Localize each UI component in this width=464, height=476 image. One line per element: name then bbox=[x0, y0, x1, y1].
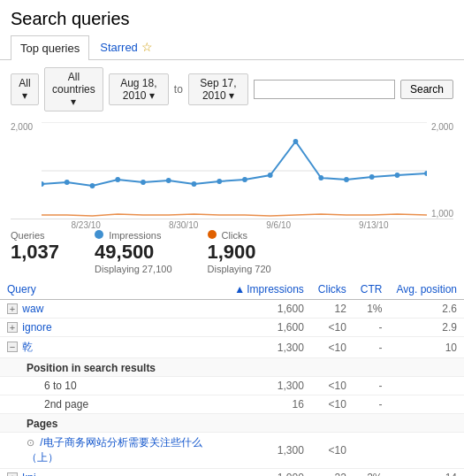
ctr-cell: - bbox=[354, 319, 390, 337]
ctr-cell: - bbox=[354, 377, 390, 395]
expand-button[interactable]: + bbox=[7, 322, 18, 333]
y-axis-right: 2,000 1,000 bbox=[422, 122, 453, 219]
x-label-2: 8/30/10 bbox=[169, 220, 198, 230]
table-header-row: Query ▲Impressions Clicks CTR Avg. posit… bbox=[0, 280, 464, 300]
svg-point-6 bbox=[115, 177, 120, 182]
tab-top-queries[interactable]: Top queries bbox=[11, 35, 89, 60]
clicks-cell: <10 bbox=[311, 377, 354, 395]
filter-type-button[interactable]: All ▾ bbox=[11, 73, 39, 105]
table-body: + waw 1,600 12 1% 2.6 + ignore 1,600 <10… bbox=[0, 300, 464, 476]
table-row: ⊙ /电子商务网站分析需要关注些什么（上） 1,300 <10 bbox=[0, 433, 464, 469]
query-cell[interactable]: + waw bbox=[0, 300, 227, 319]
avg-position-cell bbox=[390, 433, 465, 469]
data-table: Query ▲Impressions Clicks CTR Avg. posit… bbox=[0, 280, 464, 476]
stat-queries-value: 1,037 bbox=[11, 241, 59, 264]
expand-button[interactable]: + bbox=[7, 472, 18, 476]
impressions-cell: 1,300 bbox=[227, 377, 311, 395]
stat-clicks: Clicks 1,900 Displaying 720 bbox=[208, 230, 271, 274]
y-label-top: 2,000 bbox=[11, 122, 37, 132]
table-row: 6 to 10 1,300 <10 - bbox=[0, 377, 464, 395]
query-cell[interactable]: + kpi bbox=[0, 469, 227, 476]
svg-point-12 bbox=[268, 173, 273, 178]
svg-point-3 bbox=[42, 181, 44, 187]
y-right-top: 2,000 bbox=[422, 122, 453, 132]
stats-row: Queries 1,037 Impressions 49,500 Display… bbox=[0, 223, 464, 280]
query-link[interactable]: kpi bbox=[22, 472, 35, 476]
query-cell[interactable]: + ignore bbox=[0, 319, 227, 337]
svg-point-4 bbox=[65, 180, 70, 185]
stat-impressions-label: Impressions bbox=[95, 230, 171, 241]
query-link[interactable]: waw bbox=[22, 303, 43, 315]
clicks-cell: <10 bbox=[311, 395, 354, 414]
stat-queries-label: Queries bbox=[11, 230, 59, 241]
th-ctr[interactable]: CTR bbox=[354, 280, 390, 300]
chart-svg-area bbox=[42, 122, 427, 219]
x-axis-labels: 8/23/10 8/30/10 9/6/10 9/13/10 bbox=[37, 220, 422, 230]
query-link[interactable]: 乾 bbox=[22, 341, 33, 353]
search-button[interactable]: Search bbox=[400, 80, 453, 99]
svg-point-14 bbox=[318, 175, 323, 180]
ctr-cell bbox=[354, 433, 390, 469]
filter-date-to-button[interactable]: Sep 17, 2010 ▾ bbox=[188, 73, 248, 105]
avg-position-cell: 10 bbox=[390, 337, 465, 358]
table-row: Position in search results bbox=[0, 358, 464, 377]
table-row: + ignore 1,600 <10 - 2.9 bbox=[0, 319, 464, 337]
sub-label-cell: 2nd page bbox=[0, 395, 227, 414]
search-input[interactable] bbox=[254, 80, 395, 99]
stat-clicks-label-text: Clicks bbox=[222, 230, 247, 241]
stat-queries: Queries 1,037 bbox=[11, 230, 59, 274]
th-clicks[interactable]: Clicks bbox=[311, 280, 354, 300]
filter-country-button[interactable]: All countries ▾ bbox=[44, 67, 103, 111]
tab-starred[interactable]: Starred ☆ bbox=[93, 35, 160, 59]
svg-point-10 bbox=[217, 179, 222, 184]
query-cell[interactable]: − 乾 bbox=[0, 337, 227, 358]
query-link[interactable]: ignore bbox=[22, 321, 51, 334]
avg-position-cell: 14 bbox=[390, 469, 465, 476]
svg-point-17 bbox=[395, 173, 400, 178]
svg-point-9 bbox=[192, 181, 197, 187]
stat-clicks-value: 1,900 bbox=[208, 241, 271, 264]
sub-label-cell: 6 to 10 bbox=[0, 377, 227, 395]
svg-point-8 bbox=[166, 178, 171, 183]
avg-position-cell bbox=[390, 395, 465, 414]
svg-point-11 bbox=[242, 177, 247, 182]
page-link[interactable]: /电子商务网站分析需要关注些什么（上） bbox=[27, 436, 202, 464]
stat-impressions: Impressions 49,500 Displaying 27,100 bbox=[95, 230, 171, 274]
impressions-cell: 16 bbox=[227, 395, 311, 414]
th-query[interactable]: Query bbox=[0, 280, 227, 300]
table-row: Pages bbox=[0, 414, 464, 433]
table-row: + kpi 1,000 22 2% 14 bbox=[0, 469, 464, 476]
th-avg-position[interactable]: Avg. position bbox=[390, 280, 465, 300]
x-label-1: 8/23/10 bbox=[72, 220, 101, 230]
star-icon: ☆ bbox=[141, 40, 153, 54]
impressions-icon bbox=[95, 230, 103, 239]
filter-bar: All ▾ All countries ▾ Aug 18, 2010 ▾ to … bbox=[0, 60, 464, 119]
svg-point-15 bbox=[344, 177, 349, 182]
svg-point-18 bbox=[424, 171, 427, 176]
th-impressions[interactable]: ▲Impressions bbox=[227, 280, 311, 300]
clicks-cell: 12 bbox=[311, 300, 354, 319]
starred-label: Starred bbox=[100, 41, 138, 54]
clicks-cell: <10 bbox=[311, 319, 354, 337]
table-row: 2nd page 16 <10 - bbox=[0, 395, 464, 414]
expand-button[interactable]: − bbox=[7, 342, 18, 352]
clicks-cell: <10 bbox=[311, 433, 354, 469]
ctr-cell: - bbox=[354, 337, 390, 358]
x-label-3: 9/6/10 bbox=[266, 220, 291, 230]
stat-impressions-label-text: Impressions bbox=[109, 230, 161, 241]
table-row: + waw 1,600 12 1% 2.6 bbox=[0, 300, 464, 319]
date-separator: to bbox=[174, 83, 183, 96]
chart-container: 2,000 2,000 1,000 bbox=[11, 122, 453, 219]
avg-position-cell: 2.6 bbox=[390, 300, 465, 319]
svg-point-5 bbox=[90, 183, 95, 188]
filter-date-from-button[interactable]: Aug 18, 2010 ▾ bbox=[109, 73, 169, 105]
avg-position-cell bbox=[390, 377, 465, 395]
impressions-cell: 1,300 bbox=[227, 337, 311, 358]
y-right-bot: 1,000 bbox=[422, 209, 453, 219]
page-cell[interactable]: ⊙ /电子商务网站分析需要关注些什么（上） bbox=[0, 433, 227, 469]
section-header: Position in search results bbox=[0, 358, 464, 377]
stat-clicks-sub: Displaying 720 bbox=[208, 264, 271, 274]
impressions-cell: 1,600 bbox=[227, 300, 311, 319]
svg-point-7 bbox=[141, 180, 146, 185]
expand-button[interactable]: + bbox=[7, 303, 18, 314]
